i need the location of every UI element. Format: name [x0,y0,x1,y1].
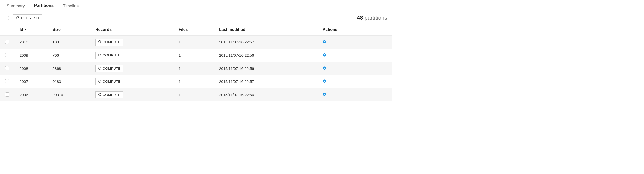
cell-size: 9183 [52,79,95,84]
tab-timeline[interactable]: Timeline [62,2,79,11]
refresh-icon [16,16,20,20]
compute-button[interactable]: COMPUTE [95,65,123,72]
table-row: 20079183COMPUTE12015/11/07-16:22:57 [0,75,392,88]
row-checkbox[interactable] [5,40,9,44]
refresh-icon [98,67,101,71]
cell-id: 2006 [20,93,52,97]
refresh-icon [98,80,101,84]
cell-actions [323,66,368,71]
compute-button-label: COMPUTE [103,40,120,44]
partitions-table: Id ▲ Size Records Files Last modified Ac… [0,24,392,101]
cell-id: 2007 [20,79,52,84]
cell-id: 2009 [20,53,52,57]
refresh-icon [98,93,101,97]
cell-records: COMPUTE [95,91,179,98]
compute-button-label: COMPUTE [103,53,120,57]
compute-button-label: COMPUTE [103,80,120,83]
table-scroll-area[interactable]: Id ▲ Size Records Files Last modified Ac… [0,24,392,106]
gear-icon[interactable] [323,40,327,45]
cell-size: 188 [52,40,95,44]
column-header-size[interactable]: Size [52,27,95,32]
row-checkbox[interactable] [5,66,9,70]
cell-actions [323,40,368,45]
column-header-files[interactable]: Files [179,27,219,32]
cell-last-modified: 2015/11/07-16:22:56 [219,53,323,57]
cell-last-modified: 2015/11/07-16:22:57 [219,40,323,44]
cell-files: 1 [179,79,219,84]
row-checkbox[interactable] [5,53,9,57]
tabs-bar: Summary Partitions Timeline [0,0,392,11]
cell-records: COMPUTE [95,65,179,72]
cell-size: 706 [52,53,95,57]
refresh-button-label: REFRESH [21,16,39,20]
column-header-actions: Actions [323,27,368,32]
compute-button[interactable]: COMPUTE [95,78,123,85]
table-row: 20082868COMPUTE12015/11/07-16:22:56 [0,62,392,75]
gear-icon[interactable] [323,93,327,97]
cell-last-modified: 2015/11/07-16:22:57 [219,79,323,84]
cell-actions [323,92,368,97]
cell-files: 1 [179,93,219,97]
gear-icon[interactable] [323,53,327,58]
compute-button[interactable]: COMPUTE [95,39,123,46]
partition-count: 48 partitions [357,15,387,21]
cell-records: COMPUTE [95,39,179,46]
gear-icon[interactable] [323,67,327,71]
tab-summary[interactable]: Summary [6,2,25,11]
cell-size: 2868 [52,66,95,71]
refresh-button[interactable]: REFRESH [13,14,42,21]
compute-button-label: COMPUTE [103,67,120,70]
compute-button[interactable]: COMPUTE [95,91,123,98]
sort-asc-icon: ▲ [24,28,27,31]
cell-records: COMPUTE [95,78,179,85]
cell-last-modified: 2015/11/07-16:22:56 [219,66,323,71]
cell-files: 1 [179,40,219,44]
table-row: 2009706COMPUTE12015/11/07-16:22:56 [0,49,392,62]
compute-button[interactable]: COMPUTE [95,52,123,59]
refresh-icon [98,53,101,57]
toolbar: REFRESH 48 partitions [0,11,392,24]
cell-records: COMPUTE [95,52,179,59]
cell-files: 1 [179,53,219,57]
column-header-id[interactable]: Id ▲ [20,27,52,32]
partition-count-number: 48 [357,15,363,21]
cell-actions [323,79,368,84]
row-checkbox[interactable] [5,92,9,97]
gear-icon[interactable] [323,80,327,84]
column-header-records[interactable]: Records [95,27,179,32]
cell-id: 2008 [20,66,52,71]
cell-actions [323,53,368,58]
cell-files: 1 [179,66,219,71]
row-checkbox[interactable] [5,79,9,83]
cell-last-modified: 2015/11/07-16:22:56 [219,93,323,97]
cell-id: 2010 [20,40,52,44]
select-all-checkbox[interactable] [5,16,9,20]
table-row: 2010188COMPUTE12015/11/07-16:22:57 [0,36,392,49]
tab-partitions[interactable]: Partitions [34,2,54,11]
table-row: 200620310COMPUTE12015/11/07-16:22:56 [0,88,392,101]
compute-button-label: COMPUTE [103,93,120,97]
refresh-icon [98,40,101,44]
column-header-id-label: Id [20,27,23,32]
column-header-last-modified[interactable]: Last modified [219,27,323,32]
partition-count-label: partitions [365,15,387,21]
cell-size: 20310 [52,93,95,97]
table-header-row: Id ▲ Size Records Files Last modified Ac… [0,24,392,36]
